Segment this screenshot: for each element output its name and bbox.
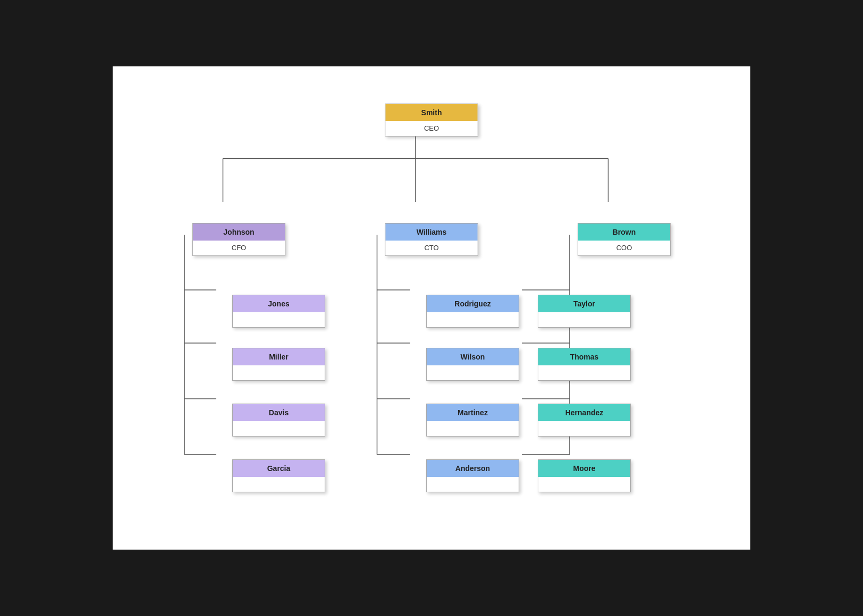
taylor-node[interactable]: Taylor [538,295,631,328]
moore-node[interactable]: Moore [538,459,631,492]
ceo-name: Smith [386,104,478,121]
ceo-role: CEO [386,121,478,136]
hernandez-node[interactable]: Hernandez [538,404,631,437]
wilson-name: Wilson [427,348,519,365]
garcia-role [233,477,325,492]
miller-node[interactable]: Miller [232,348,325,381]
rodriguez-name: Rodriguez [427,295,519,312]
thomas-node[interactable]: Thomas [538,348,631,381]
garcia-node[interactable]: Garcia [232,459,325,492]
anderson-node[interactable]: Anderson [426,459,519,492]
cfo-role: CFO [193,241,285,255]
thomas-name: Thomas [538,348,630,365]
garcia-name: Garcia [233,460,325,477]
hernandez-name: Hernandez [538,404,630,421]
coo-name: Brown [578,224,670,241]
davis-node[interactable]: Davis [232,404,325,437]
moore-role [538,477,630,492]
coo-node[interactable]: Brown COO [578,223,671,256]
wilson-node[interactable]: Wilson [426,348,519,381]
jones-name: Jones [233,295,325,312]
cto-role: CTO [386,241,478,255]
jones-role [233,312,325,327]
thomas-role [538,365,630,380]
anderson-role [427,477,519,492]
ceo-node[interactable]: Smith CEO [385,104,478,136]
rodriguez-role [427,312,519,327]
org-chart-canvas: Smith CEO Johnson CFO Williams CTO Brown… [113,66,750,550]
cfo-node[interactable]: Johnson CFO [192,223,285,256]
taylor-role [538,312,630,327]
cto-node[interactable]: Williams CTO [385,223,478,256]
davis-role [233,421,325,436]
chart-container: Smith CEO Johnson CFO Williams CTO Brown… [129,88,734,528]
coo-role: COO [578,241,670,255]
wilson-role [427,365,519,380]
hernandez-role [538,421,630,436]
taylor-name: Taylor [538,295,630,312]
miller-role [233,365,325,380]
rodriguez-node[interactable]: Rodriguez [426,295,519,328]
cfo-name: Johnson [193,224,285,241]
martinez-role [427,421,519,436]
moore-name: Moore [538,460,630,477]
anderson-name: Anderson [427,460,519,477]
martinez-node[interactable]: Martinez [426,404,519,437]
jones-node[interactable]: Jones [232,295,325,328]
cto-name: Williams [386,224,478,241]
davis-name: Davis [233,404,325,421]
miller-name: Miller [233,348,325,365]
martinez-name: Martinez [427,404,519,421]
